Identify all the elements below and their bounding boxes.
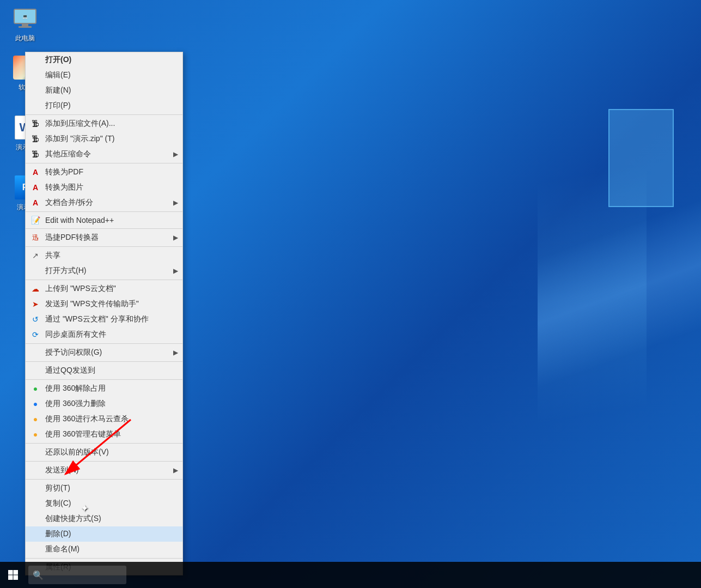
menu-item-add-compress-label: 添加到压缩文件(A)...	[45, 119, 115, 129]
menu-item-sync-desktop[interactable]: ⟳ 同步桌面所有文件	[26, 327, 182, 342]
menu-item-send-wps[interactable]: ➤ 发送到 "WPS文件传输助手"	[26, 296, 182, 312]
menu-item-copy[interactable]: 复制(C)	[26, 496, 182, 511]
menu-item-open-with-label: 打开方式(H)	[45, 266, 86, 276]
menu-item-open-with[interactable]: 打开方式(H) ▶	[26, 263, 182, 278]
menu-item-send-qq[interactable]: 通过QQ发送到	[26, 363, 182, 378]
pc-icon-image: 💻	[12, 5, 38, 32]
compress-icon-1: 🗜	[30, 118, 41, 129]
menu-item-rename[interactable]: 重命名(M)	[26, 542, 182, 557]
desktop-icon-this-pc[interactable]: 💻 此电脑	[5, 5, 45, 43]
separator-2	[26, 163, 182, 163]
menu-item-copy-label: 复制(C)	[45, 499, 71, 508]
menu-item-360-free-label: 使用 360解除占用	[45, 384, 106, 393]
menu-item-restore-version[interactable]: 还原以前的版本(V)	[26, 445, 182, 460]
menu-item-open[interactable]: 打开(O)	[26, 52, 182, 68]
separator-1	[26, 114, 182, 115]
menu-item-upload-wps[interactable]: ☁ 上传到 "WPS云文档"	[26, 281, 182, 296]
menu-item-360-virus-label: 使用 360进行木马云查杀	[45, 414, 129, 424]
360-blue-icon: ●	[30, 398, 41, 409]
arrow-open-with: ▶	[173, 267, 178, 275]
svg-rect-9	[14, 575, 19, 580]
menu-item-edit-notepad[interactable]: 📝 Edit with Notepad++	[26, 213, 182, 227]
menu-item-merge-split[interactable]: A 文档合并/拆分 ▶	[26, 195, 182, 210]
menu-item-new-label: 新建(N)	[45, 86, 71, 95]
360-yellow-icon-2: ●	[30, 429, 41, 440]
menu-item-add-compress[interactable]: 🗜 添加到压缩文件(A)...	[26, 116, 182, 131]
separator-11	[26, 461, 182, 462]
menu-item-share-wps[interactable]: ↺ 通过 "WPS云文档" 分享和协作	[26, 312, 182, 327]
menu-item-send-qq-label: 通过QQ发送到	[45, 366, 95, 375]
menu-item-send-to[interactable]: 发送到(N) ▶	[26, 463, 182, 478]
menu-item-other-compress-label: 其他压缩命令	[45, 149, 91, 159]
arrow-other-compress: ▶	[173, 150, 178, 158]
start-button[interactable]	[0, 562, 26, 588]
separator-13	[26, 558, 182, 559]
menu-item-share-label: 共享	[45, 251, 60, 260]
menu-item-convert-img-label: 转换为图片	[45, 183, 83, 192]
share-icon: ↗	[30, 250, 41, 261]
menu-item-cut[interactable]: 剪切(T)	[26, 481, 182, 496]
menu-item-convert-pdf[interactable]: A 转换为PDF	[26, 165, 182, 180]
menu-item-360-menu[interactable]: ● 使用 360管理右键菜单	[26, 427, 182, 442]
menu-item-rename-label: 重命名(M)	[45, 544, 80, 554]
menu-item-create-shortcut-label: 创建快捷方式(S)	[45, 514, 101, 524]
menu-item-grant-access-label: 授予访问权限(G)	[45, 348, 102, 357]
menu-item-merge-split-label: 文档合并/拆分	[45, 198, 93, 208]
menu-item-convert-pdf-label: 转换为PDF	[45, 167, 83, 177]
svg-rect-2	[19, 26, 32, 28]
menu-item-xun-pdf-label: 迅捷PDF转换器	[45, 233, 99, 243]
menu-item-send-to-label: 发送到(N)	[45, 465, 78, 475]
menu-item-send-wps-label: 发送到 "WPS文件传输助手"	[45, 299, 139, 309]
menu-item-delete-label: 删除(D)	[45, 529, 71, 539]
menu-item-delete[interactable]: 删除(D)	[26, 526, 182, 542]
arrow-merge-split: ▶	[173, 199, 178, 207]
separator-7	[26, 343, 182, 344]
svg-text:💻: 💻	[22, 14, 28, 19]
arrow-xun: ▶	[173, 234, 178, 241]
menu-item-create-shortcut[interactable]: 创建快捷方式(S)	[26, 511, 182, 526]
menu-item-open-label: 打开(O)	[45, 55, 71, 65]
menu-item-cut-label: 剪切(T)	[45, 483, 70, 493]
menu-item-print[interactable]: 打印(P)	[26, 98, 182, 113]
svg-rect-7	[14, 570, 19, 575]
wps-cloud-icon: ☁	[30, 283, 41, 294]
menu-item-add-zip-label: 添加到 "演示.zip" (T)	[45, 134, 114, 144]
menu-item-360-delete[interactable]: ● 使用 360强力删除	[26, 396, 182, 411]
menu-item-print-label: 打印(P)	[45, 101, 71, 111]
separator-5	[26, 246, 182, 247]
separator-3	[26, 211, 182, 212]
menu-item-edit[interactable]: 编辑(E)	[26, 68, 182, 83]
menu-item-new[interactable]: 新建(N)	[26, 83, 182, 98]
menu-item-xun-pdf[interactable]: 迅 迅捷PDF转换器 ▶	[26, 230, 182, 245]
taskbar: 🔍	[0, 562, 701, 588]
menu-item-360-menu-label: 使用 360管理右键菜单	[45, 429, 121, 439]
menu-item-edit-notepad-label: Edit with Notepad++	[45, 216, 114, 225]
desktop-light-effect	[538, 0, 647, 588]
menu-item-share[interactable]: ↗ 共享	[26, 248, 182, 263]
menu-item-grant-access[interactable]: 授予访问权限(G) ▶	[26, 345, 182, 360]
windows-logo-decoration	[608, 109, 674, 207]
pdf-icon-2: A	[30, 182, 41, 193]
pc-icon-label: 此电脑	[15, 34, 35, 43]
separator-9	[26, 379, 182, 380]
menu-item-360-virus[interactable]: ● 使用 360进行木马云查杀	[26, 411, 182, 427]
xun-icon: 迅	[30, 232, 41, 243]
pdf-icon-1: A	[30, 167, 41, 178]
menu-item-360-free[interactable]: ● 使用 360解除占用	[26, 381, 182, 396]
separator-4	[26, 228, 182, 229]
separator-6	[26, 280, 182, 280]
menu-item-convert-img[interactable]: A 转换为图片	[26, 180, 182, 195]
arrow-grant-access: ▶	[173, 349, 178, 356]
360-green-icon-1: ●	[30, 383, 41, 394]
menu-item-add-zip[interactable]: 🗜 添加到 "演示.zip" (T)	[26, 131, 182, 147]
pdf-icon-3: A	[30, 197, 41, 208]
sync-icon: ⟳	[30, 329, 41, 340]
taskbar-search[interactable]: 🔍	[28, 566, 126, 584]
compress-icon-2: 🗜	[30, 134, 41, 144]
svg-rect-1	[22, 23, 28, 26]
wps-send-icon: ➤	[30, 299, 41, 310]
menu-item-360-delete-label: 使用 360强力删除	[45, 399, 106, 409]
separator-10	[26, 443, 182, 444]
menu-item-other-compress[interactable]: 🗜 其他压缩命令 ▶	[26, 147, 182, 162]
svg-rect-8	[8, 575, 13, 580]
